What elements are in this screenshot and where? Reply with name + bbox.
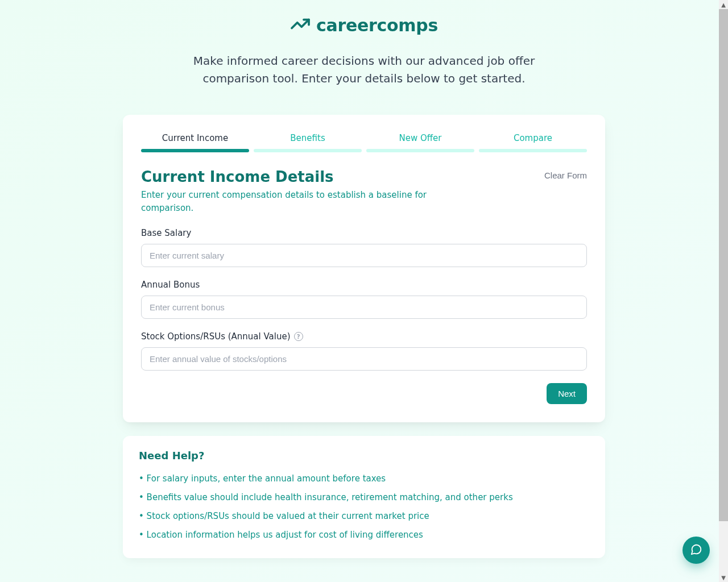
section-description: Enter your current compensation details … [141, 189, 437, 214]
chat-fab-button[interactable] [682, 537, 710, 564]
next-button[interactable]: Next [547, 383, 587, 404]
brand-name: careercomps [316, 15, 438, 35]
step-new-offer[interactable]: New Offer [366, 133, 474, 152]
brand-header: careercomps [123, 14, 605, 36]
help-title: Need Help? [139, 450, 589, 462]
clear-form-button[interactable]: Clear Form [544, 168, 587, 182]
field-base-salary: Base Salary [141, 228, 587, 267]
message-circle-icon [690, 543, 702, 558]
step-label: New Offer [366, 133, 474, 143]
step-label: Current Income [141, 133, 249, 143]
help-list: • For salary inputs, enter the annual am… [139, 469, 589, 544]
help-item: • For salary inputs, enter the annual am… [139, 469, 589, 488]
step-bar [479, 149, 587, 152]
step-compare[interactable]: Compare [479, 133, 587, 152]
help-item: • Benefits value should include health i… [139, 488, 589, 507]
scroll-up-icon[interactable]: ▲ [719, 0, 728, 9]
step-current-income[interactable]: Current Income [141, 133, 249, 152]
step-bar [141, 149, 249, 152]
annual-bonus-label: Annual Bonus [141, 280, 587, 290]
field-stock-options: Stock Options/RSUs (Annual Value) ? [141, 331, 587, 371]
intro-text: Make informed career decisions with our … [171, 52, 557, 88]
field-annual-bonus: Annual Bonus [141, 280, 587, 319]
step-label: Compare [479, 133, 587, 143]
scrollbar-thumb[interactable] [719, 9, 728, 521]
scroll-down-icon[interactable]: ▼ [719, 573, 728, 582]
annual-bonus-input[interactable] [141, 296, 587, 319]
help-card: Need Help? • For salary inputs, enter th… [123, 436, 605, 558]
step-bar [254, 149, 362, 152]
scrollbar[interactable]: ▲ ▼ [719, 0, 728, 582]
help-circle-icon[interactable]: ? [294, 332, 303, 341]
step-bar [366, 149, 474, 152]
base-salary-input[interactable] [141, 244, 587, 267]
stock-options-input[interactable] [141, 347, 587, 371]
stock-options-label: Stock Options/RSUs (Annual Value) [141, 331, 291, 342]
help-item: • Location information helps us adjust f… [139, 526, 589, 544]
trending-up-icon [290, 14, 311, 36]
base-salary-label: Base Salary [141, 228, 587, 238]
step-label: Benefits [254, 133, 362, 143]
form-card: Current Income Benefits New Offer Compar… [123, 115, 605, 422]
section-title: Current Income Details [141, 168, 334, 185]
help-item: • Stock options/RSUs should be valued at… [139, 507, 589, 526]
step-indicator: Current Income Benefits New Offer Compar… [141, 133, 587, 152]
step-benefits[interactable]: Benefits [254, 133, 362, 152]
